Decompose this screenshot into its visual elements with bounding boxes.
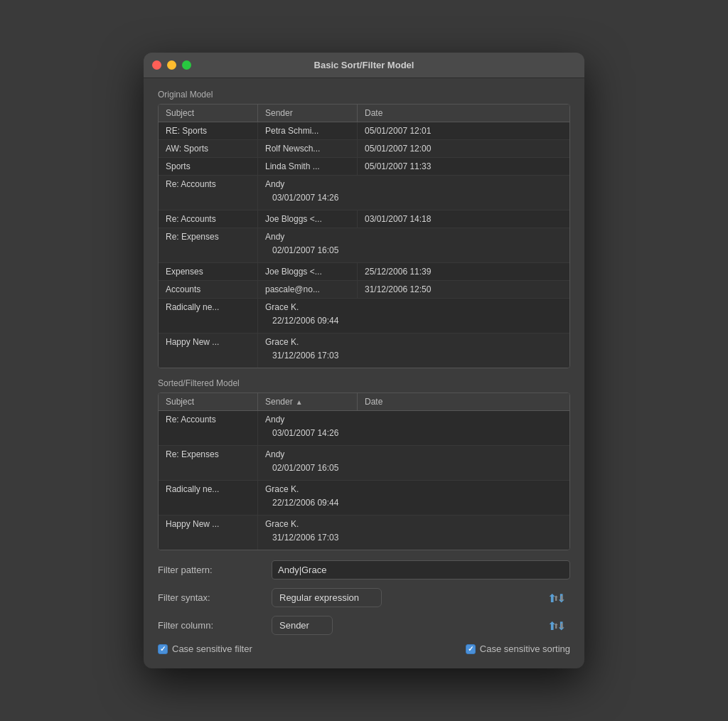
cell-sender: Andy 03/01/2007 14:26	[258, 411, 358, 445]
filter-syntax-row: Filter syntax: Regular expressionWildcar…	[158, 588, 570, 607]
cell-sender: Grace K. 22/12/2006 09:44	[258, 299, 358, 333]
cell-subject: Sports	[159, 158, 258, 175]
cell-subject: Re: Expenses	[159, 446, 258, 480]
cell-subject: Radically ne...	[159, 481, 258, 515]
cell-sender: Grace K. 31/12/2006 17:03	[258, 333, 358, 368]
cell-subject: Accounts	[159, 281, 258, 298]
cell-sender: Grace K. 31/12/2006 17:03	[258, 516, 358, 550]
table-row[interactable]: Radically ne... Grace K. 22/12/2006 09:4…	[159, 299, 569, 333]
filter-column-select[interactable]: SenderSubjectDate	[272, 616, 333, 635]
case-sensitive-sorting-label: Case sensitive sorting	[480, 643, 570, 654]
cell-date: 05/01/2007 11:33	[358, 158, 569, 175]
table-row[interactable]: AW: Sports Rolf Newsch... 05/01/2007 12:…	[159, 140, 569, 158]
sort-arrow-icon: ▲	[296, 398, 303, 406]
original-table-body: RE: Sports Petra Schmi... 05/01/2007 12:…	[159, 122, 569, 368]
case-sensitive-filter-item[interactable]: Case sensitive filter	[158, 643, 252, 654]
table-row[interactable]: Re: Accounts Andy 03/01/2007 14:26	[159, 176, 569, 210]
filter-syntax-label: Filter syntax:	[158, 592, 272, 603]
cell-sender: Grace K. 22/12/2006 09:44	[258, 481, 358, 515]
filter-pattern-row: Filter pattern:	[158, 560, 570, 580]
filtered-table-body: Re: Accounts Andy 03/01/2007 14:26 Re: E…	[159, 411, 569, 550]
table-row[interactable]: Radically ne... Grace K. 22/12/2006 09:4…	[159, 481, 569, 516]
cell-sender: Joe Bloggs <...	[258, 263, 358, 280]
table-row[interactable]: Re: Expenses Andy 02/01/2007 16:05	[159, 446, 569, 481]
window-title: Basic Sort/Filter Model	[314, 60, 414, 70]
cell-date: 03/01/2007 14:26	[265, 424, 350, 442]
filter-column-wrapper: SenderSubjectDate ⬆⬇	[272, 616, 570, 635]
cell-date: 22/12/2006 09:44	[265, 312, 350, 329]
cell-sender: Andy 03/01/2007 14:26	[258, 176, 358, 210]
case-sensitive-filter-label: Case sensitive filter	[172, 643, 252, 654]
cell-date: 05/01/2007 12:01	[358, 122, 569, 139]
table-row[interactable]: Happy New ... Grace K. 31/12/2006 17:03	[159, 333, 569, 368]
filtered-col-subject[interactable]: Subject	[159, 393, 258, 410]
cell-subject: Re: Expenses	[159, 228, 258, 262]
case-sensitive-filter-checkbox[interactable]	[158, 644, 168, 654]
original-col-subject[interactable]: Subject	[159, 105, 258, 122]
cell-subject: Happy New ...	[159, 333, 258, 368]
main-window: Basic Sort/Filter Model Original Model S…	[144, 53, 584, 668]
filter-column-row: Filter column: SenderSubjectDate ⬆⬇	[158, 616, 570, 635]
cell-date: 03/01/2007 14:26	[265, 189, 350, 206]
checkboxes-row: Case sensitive filter Case sensitive sor…	[158, 643, 570, 654]
table-row[interactable]: Re: Expenses Andy 02/01/2007 16:05	[159, 228, 569, 263]
cell-subject: Re: Accounts	[159, 210, 258, 228]
original-table-header: Subject Sender Date	[159, 105, 569, 122]
original-model-table: Subject Sender Date RE: Sports Petra Sch…	[158, 104, 570, 368]
cell-date: 05/01/2007 12:00	[358, 140, 569, 157]
filter-pattern-input[interactable]	[272, 560, 570, 580]
cell-sender: Petra Schmi...	[258, 122, 358, 139]
filter-column-label: Filter column:	[158, 620, 272, 631]
cell-date: 03/01/2007 14:18	[358, 210, 569, 228]
syntax-select-arrow-icon: ⬆⬇	[547, 591, 566, 604]
table-row[interactable]: Re: Accounts Andy 03/01/2007 14:26	[159, 411, 569, 446]
cell-subject: Expenses	[159, 263, 258, 280]
cell-subject: AW: Sports	[159, 140, 258, 157]
table-row[interactable]: RE: Sports Petra Schmi... 05/01/2007 12:…	[159, 122, 569, 140]
cell-sender: Andy 02/01/2007 16:05	[258, 446, 358, 480]
case-sensitive-sorting-item[interactable]: Case sensitive sorting	[466, 643, 570, 654]
case-sensitive-sorting-checkbox[interactable]	[466, 644, 476, 654]
cell-date: 25/12/2006 11:39	[358, 263, 569, 280]
content-area: Original Model Subject Sender Date RE: S…	[144, 78, 584, 668]
table-row[interactable]: Happy New ... Grace K. 31/12/2006 17:03	[159, 516, 569, 550]
sorted-filtered-table: Subject Sender ▲ Date Re: Accounts Andy …	[158, 392, 570, 550]
cell-sender: pascale@no...	[258, 281, 358, 298]
cell-subject: Radically ne...	[159, 299, 258, 333]
close-button[interactable]	[152, 60, 161, 70]
cell-sender: Rolf Newsch...	[258, 140, 358, 157]
column-select-arrow-icon: ⬆⬇	[547, 619, 566, 632]
minimize-button[interactable]	[167, 60, 176, 70]
original-model-label: Original Model	[158, 90, 570, 100]
table-row[interactable]: Re: Accounts Joe Bloggs <... 03/01/2007 …	[159, 210, 569, 228]
filter-pattern-label: Filter pattern:	[158, 565, 272, 575]
filtered-col-date[interactable]: Date	[358, 393, 569, 410]
cell-sender: Linda Smith ...	[258, 158, 358, 175]
cell-date: 02/01/2007 16:05	[265, 459, 350, 476]
filtered-table-header: Subject Sender ▲ Date	[159, 393, 569, 411]
maximize-button[interactable]	[182, 60, 191, 70]
cell-date: 02/01/2007 16:05	[265, 242, 350, 259]
table-row[interactable]: Accounts pascale@no... 31/12/2006 12:50	[159, 281, 569, 299]
table-row[interactable]: Sports Linda Smith ... 05/01/2007 11:33	[159, 158, 569, 176]
filtered-col-sender[interactable]: Sender ▲	[258, 393, 358, 410]
titlebar: Basic Sort/Filter Model	[144, 53, 584, 78]
cell-subject: Re: Accounts	[159, 411, 258, 445]
cell-sender: Joe Bloggs <...	[258, 210, 358, 228]
cell-date: 31/12/2006 17:03	[265, 529, 350, 546]
filter-syntax-select[interactable]: Regular expressionWildcardFixed string	[272, 588, 382, 607]
original-col-date[interactable]: Date	[358, 105, 569, 122]
cell-subject: Re: Accounts	[159, 176, 258, 210]
original-col-sender[interactable]: Sender	[258, 105, 358, 122]
cell-subject: RE: Sports	[159, 122, 258, 139]
cell-date: 22/12/2006 09:44	[265, 494, 350, 511]
cell-date: 31/12/2006 12:50	[358, 281, 569, 298]
cell-sender: Andy 02/01/2007 16:05	[258, 228, 358, 262]
window-controls	[152, 60, 191, 70]
cell-subject: Happy New ...	[159, 516, 258, 550]
cell-date: 31/12/2006 17:03	[265, 347, 350, 364]
table-row[interactable]: Expenses Joe Bloggs <... 25/12/2006 11:3…	[159, 263, 569, 281]
sorted-filtered-label: Sorted/Filtered Model	[158, 378, 570, 388]
filter-syntax-wrapper: Regular expressionWildcardFixed string ⬆…	[272, 588, 570, 607]
